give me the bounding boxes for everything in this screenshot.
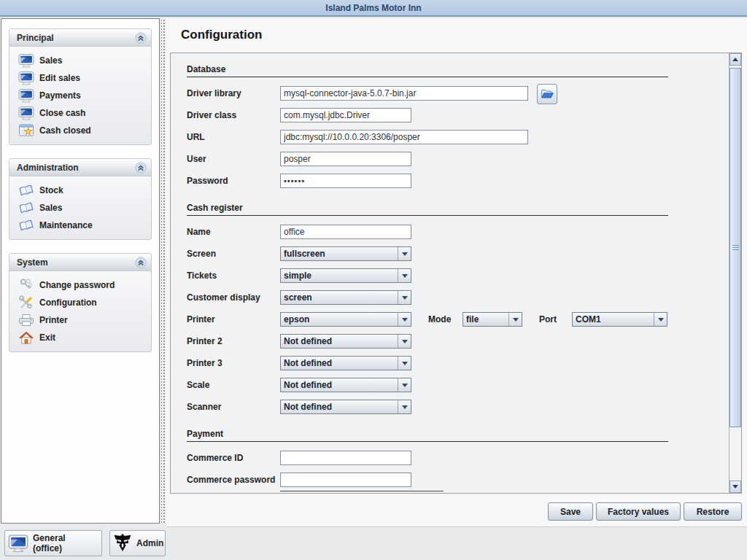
sidebar-item-label: Stock [39, 185, 63, 195]
form-row-commerce-password: Commerce password [171, 472, 711, 487]
form-row-url: URL [171, 130, 711, 144]
monitor-icon [18, 105, 34, 121]
page-title: Configuration [181, 28, 262, 42]
sidebar-item-label: Sales [39, 55, 62, 66]
password-input[interactable] [280, 174, 411, 188]
chevron-down-icon [398, 357, 411, 370]
section-heading-database: Database [187, 64, 668, 77]
vertical-scrollbar[interactable] [729, 53, 741, 493]
field-label: Scanner [187, 400, 221, 414]
sidebar-item-cash-closed[interactable]: Cash closed [9, 122, 151, 139]
field-label: Password [187, 174, 228, 188]
triangle-up-icon [732, 58, 738, 61]
sidebar-item-maintenance[interactable]: Maintenance [9, 217, 151, 234]
scroll-up-button[interactable] [729, 53, 741, 66]
thumb-grip [732, 245, 739, 251]
sidebar-item-edit-sales[interactable]: Edit sales [9, 69, 151, 87]
field-label: Screen [187, 246, 216, 261]
screen-select[interactable]: fullscreen [280, 246, 411, 261]
printer-port-select[interactable]: COM1 [572, 312, 667, 327]
chevron-down-icon [398, 378, 411, 392]
scrollbar-thumb[interactable] [729, 68, 741, 427]
sidebar-item-configuration[interactable]: Configuration [9, 294, 151, 311]
commerce-password-input[interactable] [280, 472, 411, 487]
restore-button[interactable]: Restore [684, 502, 742, 521]
factory-values-button[interactable]: Factory values [596, 502, 681, 521]
admin-user-button[interactable]: Admin [109, 530, 166, 556]
scroll-down-button[interactable] [729, 481, 741, 493]
sidebar-item-label: Edit sales [39, 73, 80, 83]
user-input[interactable] [280, 152, 411, 166]
form-row-screen: Screen fullscreen [171, 246, 711, 261]
sidebar-item-admin-sales[interactable]: Sales [9, 199, 151, 217]
collapse-up-icon[interactable] [135, 257, 147, 268]
field-label: Name [187, 225, 211, 239]
form-row-scanner: Scanner Not defined [171, 400, 711, 414]
collapse-up-icon[interactable] [135, 162, 147, 174]
tickets-select[interactable]: simple [280, 268, 411, 283]
collapse-up-icon[interactable] [135, 32, 147, 44]
field-label: Printer 3 [187, 356, 222, 370]
book-icon [18, 182, 34, 198]
sidebar-item-printer[interactable]: Printer [9, 311, 151, 329]
sidebar-item-close-cash[interactable]: Close cash [9, 104, 151, 122]
name-input[interactable] [280, 225, 411, 239]
printer3-select[interactable]: Not defined [280, 356, 411, 370]
field-label: Scale [187, 378, 209, 392]
chevron-down-icon [398, 247, 411, 260]
scanner-select[interactable]: Not defined [280, 400, 411, 414]
field-label: Commerce ID [187, 451, 243, 465]
clipped-element-edge [280, 491, 444, 491]
sidebar-item-label: Cash closed [39, 125, 91, 136]
window-titlebar: Island Palms Motor Inn [0, 0, 747, 17]
field-label: URL [187, 130, 205, 144]
field-label: Commerce password [187, 472, 275, 487]
sidebar-item-stock[interactable]: Stock [9, 182, 151, 199]
chevron-down-icon [508, 313, 522, 326]
sidebar-item-label: Maintenance [39, 220, 93, 230]
field-label: Driver library [187, 86, 241, 101]
chevron-down-icon [398, 335, 411, 348]
customer-display-select[interactable]: screen [280, 290, 411, 305]
tools-icon [18, 295, 34, 311]
chevron-down-icon [654, 313, 667, 326]
section-heading-payment: Payment [187, 429, 668, 442]
sidebar-item-payments[interactable]: Payments [9, 87, 151, 104]
chevron-down-icon [398, 313, 411, 326]
configuration-form-scrollpane: Database Driver library Driver class URL… [170, 52, 742, 494]
form-row-driver-class: Driver class [171, 108, 711, 122]
save-button[interactable]: Save [548, 502, 593, 521]
sidebar-item-change-password[interactable]: Change password [9, 276, 151, 294]
browse-button[interactable] [537, 84, 557, 104]
printer2-select[interactable]: Not defined [280, 334, 411, 349]
sidebar-item-sales[interactable]: Sales [9, 52, 151, 69]
form-row-name: Name [171, 225, 711, 239]
monitor-icon [8, 533, 28, 553]
sidebar-item-exit[interactable]: Exit [9, 329, 151, 346]
sidebar-splitter[interactable] [161, 18, 166, 524]
admin-user-label: Admin [136, 538, 163, 548]
sidebar-panel-principal: Principal Sales Edit sales Payments Clos… [9, 28, 152, 145]
form-row-password: Password [171, 174, 711, 188]
sidebar-item-label: Payments [39, 90, 81, 101]
driver-class-input[interactable] [280, 108, 411, 122]
url-input[interactable] [280, 130, 528, 144]
printer-select[interactable]: epson [280, 312, 411, 327]
printer-mode-select[interactable]: file [462, 312, 522, 327]
form-row-printer2: Printer 2 Not defined [171, 334, 711, 349]
section-heading-cash-register: Cash register [187, 203, 668, 216]
form-row-printer: Printer epson Mode file Port COM1 [171, 312, 711, 327]
terminal-button[interactable]: General (office) [4, 530, 102, 556]
table-star-icon [18, 122, 34, 139]
sidebar-panel-administration: Administration Stock Sales Maintenance [9, 158, 152, 240]
commerce-id-input[interactable] [280, 451, 411, 465]
panel-header-administration: Administration [9, 159, 151, 176]
field-label: Mode [428, 312, 451, 327]
keys-icon [18, 277, 34, 293]
terminal-label: General (office) [33, 533, 96, 553]
form-row-scale: Scale Not defined [171, 378, 711, 392]
scale-select[interactable]: Not defined [280, 378, 411, 392]
field-label: Printer [187, 312, 215, 327]
driver-library-input[interactable] [280, 86, 528, 101]
field-label: Port [539, 312, 557, 327]
